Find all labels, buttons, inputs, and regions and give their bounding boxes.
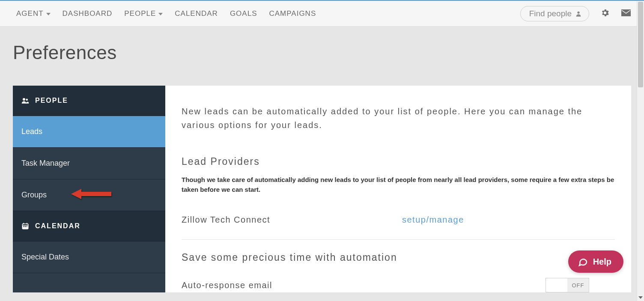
calendar-icon — [21, 222, 29, 230]
svg-marker-5 — [71, 189, 81, 199]
leads-intro-text: New leads can be automatically added to … — [182, 104, 615, 132]
auto-response-row: Auto-response email OFF — [182, 278, 615, 292]
svg-point-2 — [23, 98, 25, 101]
content-wrap: PEOPLE Leads Task Manager Groups — [13, 86, 631, 292]
sidebar-item-special-dates-label: Special Dates — [21, 253, 69, 261]
main-panel: New leads can be automatically added to … — [165, 86, 631, 292]
main-nav: AGENT DASHBOARD PEOPLE CALENDAR GOALS CA… — [16, 9, 316, 18]
person-icon — [575, 10, 582, 17]
vertical-scrollbar[interactable] — [637, 1, 644, 301]
topbar-right: Find people — [520, 6, 631, 21]
sidebar-item-task-manager[interactable]: Task Manager — [13, 148, 165, 179]
svg-marker-14 — [638, 296, 643, 299]
sidebar-item-leads[interactable]: Leads — [13, 116, 165, 148]
find-people-button[interactable]: Find people — [520, 6, 589, 21]
nav-people-label: PEOPLE — [124, 9, 156, 18]
provider-setup-link[interactable]: setup/manage — [402, 215, 464, 225]
toggle-on-half — [546, 278, 567, 292]
scrollbar-thumb[interactable] — [638, 2, 643, 87]
sidebar-section-people-label: PEOPLE — [35, 97, 68, 104]
chevron-down-icon — [46, 13, 51, 15]
help-label: Help — [593, 257, 611, 267]
svg-rect-11 — [24, 226, 24, 227]
help-button[interactable]: Help — [568, 250, 623, 273]
svg-point-3 — [26, 99, 28, 101]
top-nav-bar: AGENT DASHBOARD PEOPLE CALENDAR GOALS CA… — [0, 0, 644, 27]
lead-providers-subtext: Though we take care of automatically add… — [182, 175, 615, 194]
nav-agent-label: AGENT — [16, 9, 44, 18]
chat-icon — [578, 256, 588, 267]
sidebar-section-calendar: CALENDAR — [13, 211, 165, 241]
provider-row-zillow: Zillow Tech Connect setup/manage — [182, 215, 615, 240]
sidebar-section-calendar-label: CALENDAR — [35, 222, 80, 230]
provider-name: Zillow Tech Connect — [182, 215, 402, 225]
sidebar-item-leads-label: Leads — [21, 127, 42, 136]
nav-dashboard[interactable]: DASHBOARD — [63, 9, 113, 18]
nav-campaigns-label: CAMPAIGNS — [269, 9, 316, 18]
auto-response-label: Auto-response email — [182, 280, 546, 290]
sidebar-item-task-manager-label: Task Manager — [21, 159, 70, 167]
nav-agent[interactable]: AGENT — [16, 9, 51, 18]
nav-goals-label: GOALS — [230, 9, 257, 18]
sidebar-item-groups[interactable]: Groups — [13, 179, 165, 211]
toggle-off-half: OFF — [567, 278, 589, 292]
settings-button[interactable] — [600, 8, 610, 19]
auto-response-toggle[interactable]: OFF — [546, 278, 589, 292]
nav-people[interactable]: PEOPLE — [124, 9, 163, 18]
chevron-down-icon — [638, 295, 643, 300]
sidebar-section-people: PEOPLE — [13, 86, 165, 116]
sidebar-item-special-dates[interactable]: Special Dates — [13, 241, 165, 273]
page-title: Preferences — [0, 27, 644, 86]
svg-rect-13 — [27, 226, 27, 227]
gear-icon — [600, 8, 610, 18]
automation-section-title: Save some precious time with automation — [182, 252, 615, 263]
svg-point-0 — [577, 11, 579, 13]
svg-rect-4 — [81, 192, 111, 196]
find-people-label: Find people — [529, 9, 572, 18]
nav-dashboard-label: DASHBOARD — [63, 9, 113, 18]
envelope-icon — [621, 8, 631, 18]
sidebar-item-groups-label: Groups — [21, 191, 47, 199]
preferences-sidebar: PEOPLE Leads Task Manager Groups — [13, 86, 165, 292]
chevron-down-icon — [158, 13, 163, 15]
scrollbar-down-arrow[interactable] — [637, 294, 644, 301]
nav-goals[interactable]: GOALS — [230, 9, 257, 18]
nav-calendar[interactable]: CALENDAR — [175, 9, 218, 18]
nav-calendar-label: CALENDAR — [175, 9, 218, 18]
lead-providers-title: Lead Providers — [182, 156, 615, 167]
svg-rect-1 — [622, 10, 630, 16]
people-icon — [21, 97, 29, 104]
annotation-arrow-icon — [69, 185, 116, 203]
svg-rect-12 — [25, 226, 26, 227]
mail-button[interactable] — [621, 8, 631, 20]
nav-campaigns[interactable]: CAMPAIGNS — [269, 9, 316, 18]
